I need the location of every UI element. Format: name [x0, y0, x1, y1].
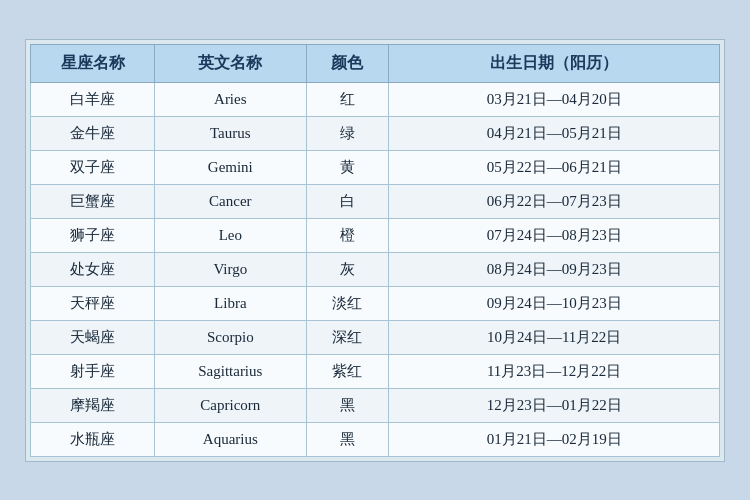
table-row: 狮子座Leo橙07月24日—08月23日 — [31, 218, 720, 252]
cell-chinese: 巨蟹座 — [31, 184, 155, 218]
cell-color: 黑 — [306, 388, 389, 422]
cell-english: Sagittarius — [155, 354, 307, 388]
cell-chinese: 摩羯座 — [31, 388, 155, 422]
cell-chinese: 狮子座 — [31, 218, 155, 252]
cell-date: 08月24日—09月23日 — [389, 252, 720, 286]
cell-english: Gemini — [155, 150, 307, 184]
table-row: 巨蟹座Cancer白06月22日—07月23日 — [31, 184, 720, 218]
cell-color: 白 — [306, 184, 389, 218]
cell-chinese: 白羊座 — [31, 82, 155, 116]
cell-date: 05月22日—06月21日 — [389, 150, 720, 184]
cell-chinese: 金牛座 — [31, 116, 155, 150]
table-row: 天蝎座Scorpio深红10月24日—11月22日 — [31, 320, 720, 354]
cell-english: Libra — [155, 286, 307, 320]
table-row: 双子座Gemini黄05月22日—06月21日 — [31, 150, 720, 184]
cell-english: Aries — [155, 82, 307, 116]
cell-color: 淡红 — [306, 286, 389, 320]
cell-date: 11月23日—12月22日 — [389, 354, 720, 388]
cell-chinese: 天蝎座 — [31, 320, 155, 354]
table-header-row: 星座名称 英文名称 颜色 出生日期（阳历） — [31, 44, 720, 82]
cell-date: 09月24日—10月23日 — [389, 286, 720, 320]
cell-english: Virgo — [155, 252, 307, 286]
table-row: 射手座Sagittarius紫红11月23日—12月22日 — [31, 354, 720, 388]
header-date: 出生日期（阳历） — [389, 44, 720, 82]
table-row: 水瓶座Aquarius黑01月21日—02月19日 — [31, 422, 720, 456]
table-row: 天秤座Libra淡红09月24日—10月23日 — [31, 286, 720, 320]
cell-date: 07月24日—08月23日 — [389, 218, 720, 252]
header-english: 英文名称 — [155, 44, 307, 82]
cell-color: 橙 — [306, 218, 389, 252]
cell-color: 黑 — [306, 422, 389, 456]
cell-chinese: 射手座 — [31, 354, 155, 388]
cell-color: 深红 — [306, 320, 389, 354]
cell-chinese: 处女座 — [31, 252, 155, 286]
cell-color: 黄 — [306, 150, 389, 184]
zodiac-table: 星座名称 英文名称 颜色 出生日期（阳历） 白羊座Aries红03月21日—04… — [30, 44, 720, 457]
table-row: 白羊座Aries红03月21日—04月20日 — [31, 82, 720, 116]
cell-date: 04月21日—05月21日 — [389, 116, 720, 150]
cell-color: 紫红 — [306, 354, 389, 388]
table-row: 处女座Virgo灰08月24日—09月23日 — [31, 252, 720, 286]
table-row: 摩羯座Capricorn黑12月23日—01月22日 — [31, 388, 720, 422]
cell-english: Capricorn — [155, 388, 307, 422]
cell-color: 红 — [306, 82, 389, 116]
cell-english: Taurus — [155, 116, 307, 150]
cell-date: 01月21日—02月19日 — [389, 422, 720, 456]
zodiac-table-container: 星座名称 英文名称 颜色 出生日期（阳历） 白羊座Aries红03月21日—04… — [25, 39, 725, 462]
header-chinese: 星座名称 — [31, 44, 155, 82]
cell-english: Scorpio — [155, 320, 307, 354]
cell-chinese: 双子座 — [31, 150, 155, 184]
cell-date: 10月24日—11月22日 — [389, 320, 720, 354]
cell-date: 06月22日—07月23日 — [389, 184, 720, 218]
cell-date: 12月23日—01月22日 — [389, 388, 720, 422]
cell-chinese: 水瓶座 — [31, 422, 155, 456]
cell-chinese: 天秤座 — [31, 286, 155, 320]
cell-english: Cancer — [155, 184, 307, 218]
cell-english: Aquarius — [155, 422, 307, 456]
cell-color: 灰 — [306, 252, 389, 286]
cell-date: 03月21日—04月20日 — [389, 82, 720, 116]
cell-color: 绿 — [306, 116, 389, 150]
table-body: 白羊座Aries红03月21日—04月20日金牛座Taurus绿04月21日—0… — [31, 82, 720, 456]
cell-english: Leo — [155, 218, 307, 252]
table-row: 金牛座Taurus绿04月21日—05月21日 — [31, 116, 720, 150]
header-color: 颜色 — [306, 44, 389, 82]
